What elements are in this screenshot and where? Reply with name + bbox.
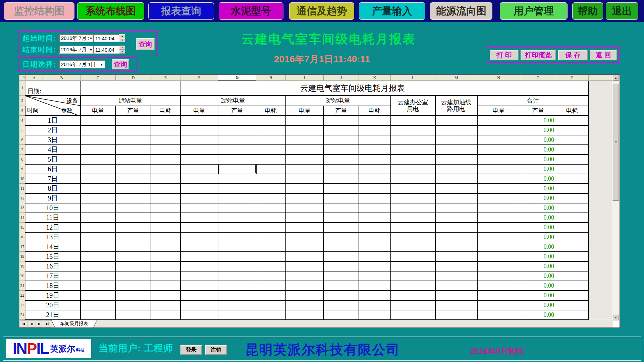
- day-cell-12[interactable]: 9日: [25, 193, 80, 203]
- cell-O4[interactable]: 0.00: [520, 116, 556, 125]
- cell-J19[interactable]: [324, 261, 359, 271]
- sub-header[interactable]: 产量: [324, 106, 359, 116]
- cell-L6[interactable]: [391, 135, 435, 145]
- cell-I19[interactable]: [286, 261, 324, 271]
- cell-K21[interactable]: [359, 281, 391, 291]
- cell-E5[interactable]: [151, 125, 180, 135]
- cell-G9[interactable]: [218, 164, 256, 174]
- cell-D4[interactable]: [116, 116, 151, 125]
- cell-P13[interactable]: [556, 203, 589, 213]
- cell-E18[interactable]: [151, 252, 180, 261]
- day-cell-17[interactable]: 14日: [25, 242, 80, 252]
- cell-C12[interactable]: [80, 193, 116, 203]
- first-sheet-icon[interactable]: |◀: [19, 320, 27, 327]
- cell-G20[interactable]: [218, 271, 256, 281]
- cell-D10[interactable]: [116, 174, 151, 184]
- cell-F9[interactable]: [180, 164, 218, 174]
- cell-J12[interactable]: [324, 193, 359, 203]
- cell-F5[interactable]: [180, 125, 218, 135]
- row-header-17[interactable]: 17: [19, 242, 25, 252]
- cell-K19[interactable]: [359, 261, 391, 271]
- cell-I6[interactable]: [286, 135, 324, 145]
- column-header-D[interactable]: D: [116, 75, 151, 81]
- cell-N24[interactable]: [477, 310, 520, 320]
- day-cell-20[interactable]: 17日: [25, 271, 80, 281]
- cell-F4[interactable]: [180, 116, 218, 125]
- column-header-L[interactable]: L: [391, 75, 435, 81]
- cell-O9[interactable]: 0.00: [520, 164, 556, 174]
- column-header-G[interactable]: G: [218, 75, 256, 81]
- row-header-3[interactable]: 3: [19, 106, 25, 116]
- cell-O17[interactable]: 0.00: [520, 242, 556, 252]
- cell-J15[interactable]: [324, 223, 359, 232]
- cell-N7[interactable]: [477, 145, 520, 155]
- nav-exit-button[interactable]: 退出: [606, 2, 638, 20]
- cell-K11[interactable]: [359, 184, 391, 193]
- cell-G8[interactable]: [218, 155, 256, 164]
- sheet-tab[interactable]: 车间级月报表: [55, 320, 94, 327]
- cell-N16[interactable]: [477, 232, 520, 242]
- cell-D11[interactable]: [116, 184, 151, 193]
- cell-E8[interactable]: [151, 155, 180, 164]
- group-header-total[interactable]: 合计: [477, 96, 589, 106]
- row-header-7[interactable]: 7: [19, 145, 25, 155]
- column-header-E[interactable]: E: [151, 75, 180, 81]
- cell-E20[interactable]: [151, 271, 180, 281]
- cell-H20[interactable]: [256, 271, 286, 281]
- cell-L12[interactable]: [391, 193, 435, 203]
- select-all-corner[interactable]: [19, 75, 25, 81]
- group-header-station1[interactable]: 1#站电量: [80, 96, 180, 106]
- cell-K20[interactable]: [359, 271, 391, 281]
- cell-L18[interactable]: [391, 252, 435, 261]
- cell-N18[interactable]: [477, 252, 520, 261]
- cell-P15[interactable]: [556, 223, 589, 232]
- cell-L7[interactable]: [391, 145, 435, 155]
- cell-C11[interactable]: [80, 184, 116, 193]
- cell-C23[interactable]: [80, 300, 116, 310]
- cell-N5[interactable]: [477, 125, 520, 135]
- cell-C5[interactable]: [80, 125, 116, 135]
- cell-F6[interactable]: [180, 135, 218, 145]
- row-header-20[interactable]: 20: [19, 271, 25, 281]
- cell-G23[interactable]: [218, 300, 256, 310]
- column-header-O[interactable]: O: [520, 75, 556, 81]
- scroll-up-icon[interactable]: ▲: [612, 75, 619, 81]
- sub-header[interactable]: 电量: [80, 106, 116, 116]
- column-header-H[interactable]: H: [256, 75, 286, 81]
- row-header-15[interactable]: 15: [19, 223, 25, 232]
- sub-header[interactable]: 电量: [286, 106, 324, 116]
- cell-M14[interactable]: [435, 213, 477, 223]
- cell-J5[interactable]: [324, 125, 359, 135]
- cell-G22[interactable]: [218, 291, 256, 300]
- cell-D21[interactable]: [116, 281, 151, 291]
- group-header-fuel-line[interactable]: 云建加油线 路用电: [435, 96, 477, 116]
- cell-I14[interactable]: [286, 213, 324, 223]
- cell-L14[interactable]: [391, 213, 435, 223]
- row-header-9[interactable]: 9: [19, 164, 25, 174]
- column-header-N[interactable]: N: [477, 75, 520, 81]
- cell-M12[interactable]: [435, 193, 477, 203]
- row-header-4[interactable]: 4: [19, 116, 25, 125]
- cell-L22[interactable]: [391, 291, 435, 300]
- cell-H18[interactable]: [256, 252, 286, 261]
- cell-G14[interactable]: [218, 213, 256, 223]
- cell-L21[interactable]: [391, 281, 435, 291]
- spin-up-icon[interactable]: ▲: [119, 46, 125, 50]
- cell-G17[interactable]: [218, 242, 256, 252]
- cell-H14[interactable]: [256, 213, 286, 223]
- cell-C17[interactable]: [80, 242, 116, 252]
- cell-P12[interactable]: [556, 193, 589, 203]
- nav-comm-trend-button[interactable]: 通信及趋势: [289, 2, 354, 20]
- cell-P17[interactable]: [556, 242, 589, 252]
- cell-K17[interactable]: [359, 242, 391, 252]
- cell-J14[interactable]: [324, 213, 359, 223]
- cell-F23[interactable]: [180, 300, 218, 310]
- cell-I7[interactable]: [286, 145, 324, 155]
- end-time-field[interactable]: 11:40:04: [93, 46, 119, 54]
- cell-K6[interactable]: [359, 135, 391, 145]
- cell-P11[interactable]: [556, 184, 589, 193]
- cell-D20[interactable]: [116, 271, 151, 281]
- cell-P10[interactable]: [556, 174, 589, 184]
- cell-G7[interactable]: [218, 145, 256, 155]
- row-header-10[interactable]: 10: [19, 174, 25, 184]
